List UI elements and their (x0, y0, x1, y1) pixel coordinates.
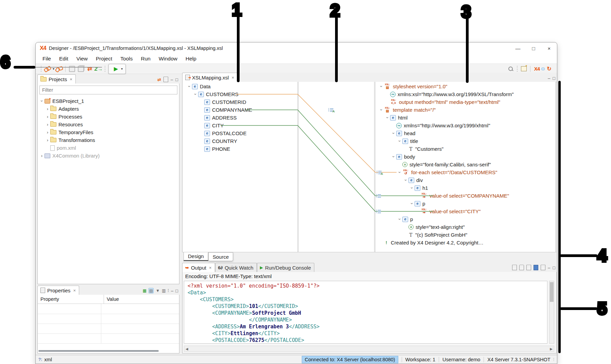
value-column-header[interactable]: Value (104, 296, 119, 302)
chevron-down-icon[interactable]: › (397, 217, 402, 222)
scroll-right-icon[interactable]: ▶ (548, 347, 554, 351)
chevron-right-icon[interactable]: › (45, 114, 50, 119)
minimize-view-icon[interactable]: – (171, 289, 173, 293)
menu-help[interactable]: Help (181, 55, 200, 63)
chevron-down-icon[interactable]: › (39, 98, 45, 104)
chevron-right-icon[interactable]: › (39, 153, 45, 158)
map-link-button[interactable] (43, 65, 52, 73)
server-connection-status[interactable]: Connected to: X4 Server (localhost:8080) (302, 356, 398, 363)
tree-item-pom-xml[interactable]: pom.xml (38, 144, 179, 152)
tab-run-debug-console[interactable]: ▶ Run/Debug Console (257, 263, 314, 272)
save-all-button[interactable] (77, 65, 85, 73)
horizontal-scrollbar[interactable]: ◀ ▶ (184, 346, 554, 352)
tree-item-companyname[interactable]: eCOMPANYNAME (186, 106, 298, 114)
tree-item-html[interactable]: ›ehtml (378, 114, 556, 122)
tree-item-body[interactable]: ›ebody (378, 153, 556, 161)
tab-properties[interactable]: Properties × (37, 286, 79, 295)
debug-perspective-button[interactable] (541, 68, 545, 70)
tree-item-p[interactable]: ›ep (378, 200, 556, 207)
tab-design[interactable]: Design (184, 252, 208, 261)
menu-tools[interactable]: Tools (116, 55, 137, 63)
collapse-all-icon[interactable] (163, 77, 168, 82)
menu-window[interactable]: Window (155, 55, 181, 63)
copy-to-clipboard-icon[interactable] (519, 265, 524, 270)
link-with-editor-icon[interactable]: ⇄ (157, 77, 161, 82)
minimize-view-icon[interactable]: – (548, 76, 550, 80)
chevron-right-icon[interactable]: › (45, 130, 50, 135)
tree-item-country[interactable]: eCOUNTRY (186, 137, 298, 145)
x4-perspective-button[interactable]: X4 (533, 65, 541, 73)
tree-item-customerid[interactable]: eCUSTOMERID (186, 98, 298, 106)
tab-quick-watch[interactable]: 6∂ Quick Watch (215, 263, 257, 272)
maximize-view-icon[interactable]: □ (175, 77, 178, 82)
horizontal-scrollbar[interactable] (38, 350, 159, 352)
close-icon[interactable]: × (209, 265, 212, 270)
chevron-down-icon[interactable]: › (391, 131, 396, 136)
maximize-view-icon[interactable]: □ (553, 266, 555, 270)
scroll-left-icon[interactable]: ◀ (184, 347, 190, 351)
minimize-view-icon[interactable]: – (548, 266, 550, 270)
chevron-down-icon[interactable]: › (187, 84, 192, 89)
chevron-down-icon[interactable]: › (193, 92, 198, 97)
minimize-view-icon[interactable]: – (171, 77, 173, 82)
copy-icon[interactable] (526, 265, 531, 270)
tree-item-value-of-select-city[interactable]: XSL:⇒value-of select="CITY" (378, 207, 556, 215)
scrollbar-thumb[interactable] (550, 282, 554, 302)
tab-source[interactable]: Source (208, 252, 233, 261)
tree-item-p[interactable]: ›ep (378, 215, 556, 223)
tree-item-city[interactable]: eCITY (186, 122, 298, 129)
tree-item-value-of-select-companyname[interactable]: XSL:⇒value-of select="COMPANYNAME" (378, 192, 556, 200)
save-button[interactable] (68, 65, 76, 73)
chevron-right-icon[interactable]: › (45, 138, 50, 143)
open-perspective-button[interactable] (520, 65, 528, 73)
tab-xslmapping[interactable]: ➜ XSLMapping.xsl × (182, 73, 238, 82)
tree-item-customers[interactable]: ›eCUSTOMERS (186, 90, 298, 98)
title-bar[interactable]: X4 Designer - /ESBProject_1/Transformati… (36, 42, 557, 54)
tree-item-head[interactable]: ›ehead (378, 129, 556, 137)
chevron-down-icon[interactable]: › (403, 178, 408, 183)
menu-view[interactable]: View (72, 55, 92, 63)
new-property-icon[interactable]: ▦ (143, 288, 146, 293)
tree-item-resources[interactable]: ›Resources (38, 121, 179, 128)
refresh-button[interactable]: ↻ (545, 65, 553, 73)
chevron-down-icon[interactable]: › (397, 170, 402, 175)
mapping-anchor-icon[interactable]: A (377, 170, 382, 174)
chevron-right-icon[interactable]: › (45, 106, 50, 111)
filter-icon[interactable]: ▼ (156, 288, 160, 293)
save-output-icon[interactable] (534, 265, 538, 270)
close-icon[interactable]: × (73, 288, 76, 293)
tree-item-postalcode[interactable]: ePOSTALCODE (186, 129, 298, 137)
search-button[interactable] (507, 65, 515, 73)
tree-item-phone[interactable]: ePHONE (186, 145, 298, 153)
tree-item-div[interactable]: ›ediv (378, 176, 556, 184)
filter-input[interactable] (40, 87, 177, 93)
chevron-down-icon[interactable]: › (409, 185, 415, 191)
tree-item-x4common-library[interactable]: ›X4Common (Library) (38, 152, 179, 160)
menu-file[interactable]: File (38, 55, 55, 63)
tree-item-created-by-x4-designer-4-2-copyright[interactable]: !Created by X4 Designer 4.2, Copyright… (378, 239, 556, 247)
tree-item-address[interactable]: eADDRESS (186, 114, 298, 122)
tree-item-esbproject-1[interactable]: ›ESBProject_1 (38, 97, 179, 105)
chevron-down-icon[interactable]: › (409, 201, 415, 206)
view-menu-icon[interactable]: ⁞ (168, 288, 169, 293)
tree-item-adapters[interactable]: ›Adapters (38, 105, 179, 113)
chevron-down-icon[interactable]: › (379, 107, 384, 113)
tree-item-customers[interactable]: T"Customers" (378, 145, 556, 153)
minimize-button[interactable]: — (510, 42, 526, 54)
tree-item-style-text-align-right[interactable]: astyle="text-align:right" (378, 223, 556, 231)
output-xml-code[interactable]: <?xml version="1.0" encoding="ISO-8859-1… (184, 281, 547, 344)
transform-button[interactable]: Z→ (94, 65, 103, 73)
tree-item-xmlns-xsl-http-www-w3-org-1999-xsl-trans[interactable]: nsxmlns:xsl="http://www.w3.org/1999/XSL/… (378, 90, 556, 98)
tree-item-c-softproject-gmbh[interactable]: T"(c) SoftProject GmbH" (378, 231, 556, 239)
tree-item-title[interactable]: ›etitle (378, 137, 556, 145)
mapping-canvas[interactable] (298, 82, 375, 252)
tree-item-data[interactable]: ›eData (186, 83, 298, 90)
close-icon[interactable]: × (231, 75, 234, 80)
tree-item-temporaryfiles[interactable]: ›TemporaryFiles (38, 128, 179, 136)
maximize-view-icon[interactable]: □ (553, 76, 555, 80)
sync-button[interactable]: ⇄ (86, 65, 94, 73)
close-icon[interactable]: × (70, 77, 72, 82)
tree-item-output-method-html-media-type-text-html[interactable]: XSL:<.>output method="html" media-type="… (378, 98, 556, 106)
run-button[interactable]: ▶ (112, 65, 120, 73)
columns-icon[interactable]: ▥ (162, 288, 165, 293)
